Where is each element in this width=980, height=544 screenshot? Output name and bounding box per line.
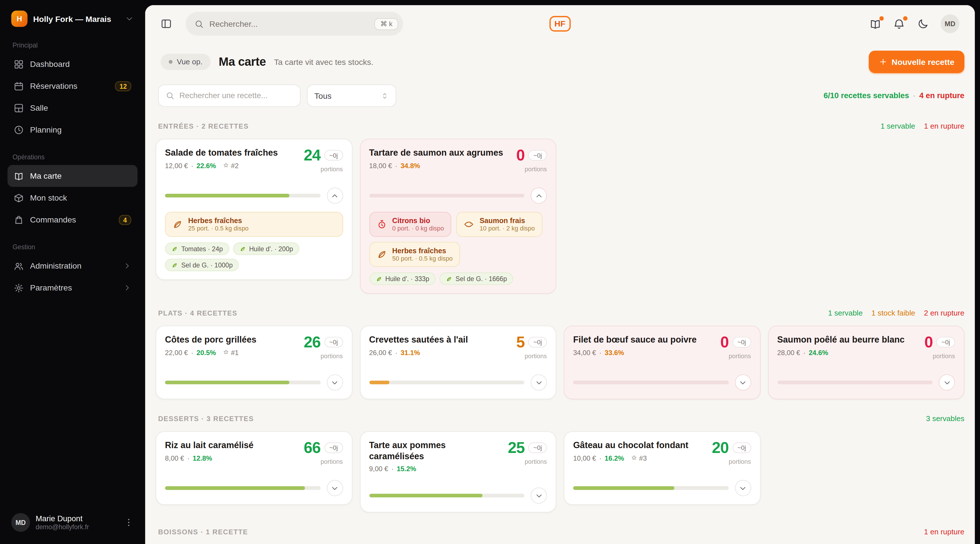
sidebar-nav: Principal Dashboard Réservations 12 Sall… [7, 29, 137, 299]
sidebar-item-label: Salle [30, 103, 131, 112]
notification-dot [879, 16, 883, 20]
search-shortcut-kbd: ⌘ k [375, 18, 398, 30]
chevron-up-icon [331, 191, 339, 200]
section-stat: 3 servables [926, 414, 964, 423]
user-menu[interactable]: MD Marie Dupont demo@hollyfork.fr [7, 508, 137, 537]
availability-summary: 6/10 recettes servables · 4 en rupture [824, 91, 964, 100]
section-stats: 1 en rupture [924, 528, 964, 536]
chevron-down-icon [535, 492, 543, 499]
recipe-price: 22,00 € [165, 348, 188, 356]
recipe-search[interactable] [158, 84, 301, 107]
stock-progress-bar [369, 381, 525, 384]
expand-card-button[interactable] [327, 374, 343, 391]
sidebar-item-dashboard[interactable]: Dashboard [7, 53, 137, 75]
view-mode-badge[interactable]: Vue op. [161, 54, 210, 70]
page-title: Ma carte [219, 55, 266, 68]
sidebar-item-commandes[interactable]: Commandes 4 [7, 209, 137, 231]
new-recipe-label: Nouvelle recette [891, 57, 955, 67]
sidebar-item-parametres[interactable]: Paramètres [7, 277, 137, 299]
recipe-card[interactable]: Riz au lait caramélisé 8,00 € · 12.8% 66… [156, 431, 352, 505]
expand-card-button[interactable] [735, 480, 751, 496]
ingredient-detail: 25 port. · 0.5 kg dispo [188, 225, 248, 232]
recipe-ingredients: Citrons bio 0 port. · 0 kg dispo Saumon … [369, 212, 547, 285]
section-stat: 1 en rupture [924, 528, 964, 536]
ingredient-detail: 10 port. · 2 kg dispo [479, 225, 535, 232]
count-badge: 12 [115, 81, 131, 91]
leaf-icon [239, 245, 246, 252]
recipe-card[interactable]: Salade de tomates fraîches 12,00 € · 22.… [156, 139, 352, 280]
page-header: Vue op. Ma carte Ta carte vit avec tes s… [161, 50, 964, 74]
fish-icon [464, 220, 474, 229]
star-icon [630, 454, 637, 461]
recipe-card[interactable]: Tarte aux pommes caramélisées 9,00 € · 1… [360, 431, 556, 513]
sidebar-item-label: Paramètres [30, 283, 117, 293]
workspace-name: Holly Fork — Marais [33, 14, 119, 23]
moon-button[interactable] [917, 18, 929, 30]
sidebar-item-ma-carte[interactable]: Ma carte [7, 165, 137, 187]
ingredient-alert[interactable]: Herbes fraîches 25 port. · 0.5 kg dispo [165, 212, 343, 237]
portions-count: 5 [516, 334, 525, 350]
recipe-card[interactable]: Gâteau au chocolat fondant 10,00 € · 16.… [564, 431, 760, 505]
days-badge: ~0j [528, 337, 547, 347]
filter-bar: Tous 6/10 recettes servables · 4 en rupt… [158, 84, 964, 107]
expand-card-button[interactable] [735, 374, 751, 391]
recipe-card[interactable]: Saumon poêlé au beurre blanc 28,00 € · 2… [768, 326, 964, 399]
menu-sections: ENTRÉES · 2 RECETTES 1 servable1 en rupt… [156, 107, 964, 544]
recipe-card[interactable]: Filet de bœuf sauce au poivre 34,00 € · … [564, 326, 760, 399]
section-title: ENTRÉES · 2 RECETTES [158, 122, 249, 130]
sidebar-item-reservations[interactable]: Réservations 12 [7, 75, 137, 97]
sidebar-toggle-button[interactable] [161, 18, 172, 30]
category-select[interactable]: Tous [307, 84, 396, 107]
menu-section-entrees-2-recettes: ENTRÉES · 2 RECETTES 1 servable1 en rupt… [156, 122, 964, 294]
portions-count: 0 [720, 334, 729, 350]
calendar-icon [14, 81, 24, 91]
notification-dot [903, 16, 907, 20]
sidebar-item-administration[interactable]: Administration [7, 255, 137, 277]
portions-count: 0 [924, 334, 932, 350]
ingredient-alert[interactable]: Saumon frais 10 port. · 2 kg dispo [457, 212, 542, 237]
kebab-menu-icon[interactable] [124, 517, 134, 528]
recipe-search-input[interactable] [179, 91, 293, 100]
bell-button[interactable] [893, 18, 905, 30]
ingredient-alert[interactable]: Citrons bio 0 port. · 0 kg dispo [369, 212, 452, 237]
sidebar-item-planning[interactable]: Planning [7, 119, 137, 140]
chevron-down-icon [943, 379, 951, 387]
book-open-icon [14, 171, 24, 181]
recipe-card[interactable]: Tartare de saumon aux agrumes 18,00 € · … [360, 139, 556, 294]
sidebar-item-label: Administration [30, 261, 117, 270]
portions-label: portions [720, 353, 751, 359]
ingredient-chip: Tomates · 24p [165, 242, 229, 255]
star-icon [222, 162, 229, 169]
moon-icon [917, 18, 929, 30]
recipe-price: 12,00 € [165, 162, 188, 169]
sidebar-section-label: Principal [13, 41, 133, 49]
ingredient-alert[interactable]: Herbes fraîches 50 port. · 0.5 kg dispo [369, 242, 460, 267]
collapse-card-button[interactable] [531, 188, 547, 204]
recipe-card[interactable]: Côtes de porc grillées 22,00 € · 20.5% #… [156, 326, 352, 399]
expand-card-button[interactable] [939, 374, 955, 391]
collapse-card-button[interactable] [327, 188, 343, 204]
new-recipe-button[interactable]: Nouvelle recette [869, 51, 964, 73]
days-badge: ~0j [528, 150, 547, 161]
book-open-button[interactable] [869, 18, 881, 30]
sidebar-item-salle[interactable]: Salle [7, 97, 137, 119]
shopping-bag-icon [14, 215, 24, 224]
expand-card-button[interactable] [531, 374, 547, 391]
recipe-card[interactable]: Crevettes sautées à l'ail 26,00 € · 31.1… [360, 326, 556, 399]
global-search-input[interactable] [210, 19, 369, 29]
package-icon [14, 193, 24, 203]
global-search[interactable]: ⌘ k [186, 12, 403, 35]
sidebar-item-mon-stock[interactable]: Mon stock [7, 187, 137, 209]
recipe-margin: 22.6% [197, 162, 216, 169]
days-badge: ~0j [325, 150, 343, 161]
workspace-switcher[interactable]: H Holly Fork — Marais [7, 9, 137, 29]
plus-icon [878, 57, 887, 66]
sidebar-item-label: Dashboard [30, 59, 131, 69]
days-badge: ~0j [528, 442, 547, 453]
topbar-avatar[interactable]: MD [941, 14, 959, 33]
expand-card-button[interactable] [327, 480, 343, 496]
rupture-summary: 4 en rupture [919, 91, 964, 100]
expand-card-button[interactable] [531, 487, 547, 504]
count-badge: 4 [119, 215, 132, 224]
portions-label: portions [712, 458, 751, 465]
